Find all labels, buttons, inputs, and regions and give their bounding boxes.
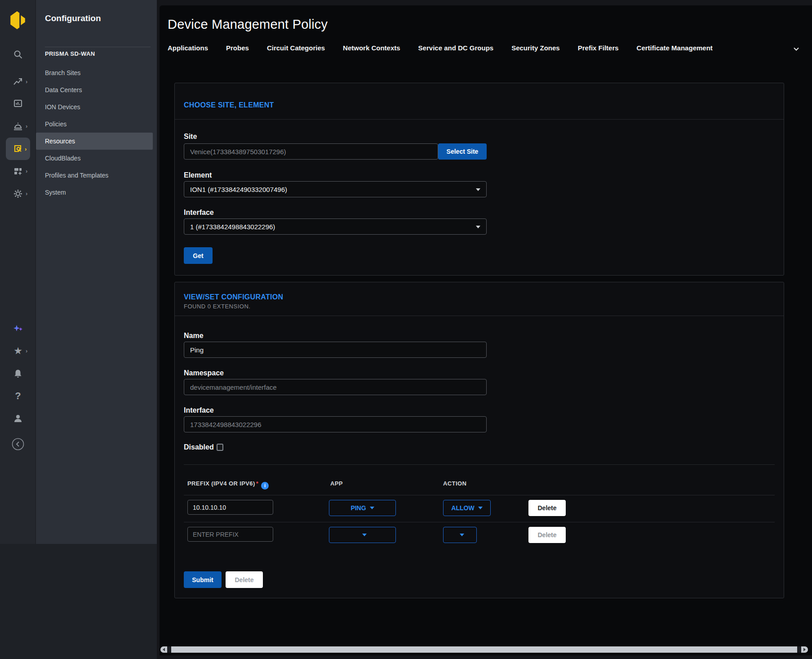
- namespace-input[interactable]: [184, 379, 487, 395]
- scroll-right-arrow[interactable]: [801, 646, 808, 653]
- tab-probes[interactable]: Probes: [226, 44, 249, 52]
- collapse-panel-icon[interactable]: [11, 437, 25, 451]
- app-column-header: APP: [330, 480, 343, 487]
- interface-label: Interface: [184, 209, 214, 217]
- user-icon[interactable]: [11, 413, 25, 424]
- caret-down-icon: [478, 507, 483, 509]
- sidebar-divider: [45, 47, 151, 47]
- sidebar-item-data-centers[interactable]: Data Centers: [36, 81, 157, 98]
- notifications-bell-icon[interactable]: [11, 368, 25, 379]
- configuration-sidebar: Configuration PRISMA SD-WAN Branch Sites…: [36, 0, 157, 544]
- disabled-checkbox[interactable]: [217, 444, 223, 451]
- card-divider: [175, 119, 784, 120]
- view-set-configuration-card: VIEW/SET CONFIGURATION FOUND 0 EXTENSION…: [174, 282, 784, 598]
- dashboard-icon[interactable]: [11, 98, 25, 110]
- prefix-input-empty[interactable]: [187, 527, 273, 542]
- get-button[interactable]: Get: [184, 247, 213, 264]
- action-column-header: ACTION: [443, 480, 466, 487]
- site-label: Site: [184, 133, 197, 141]
- sidebar-nav: Branch Sites Data Centers ION Devices Po…: [36, 64, 157, 201]
- scroll-left-arrow[interactable]: [160, 646, 167, 653]
- element-select-value: ION1 (#1733842490332007496): [190, 186, 287, 193]
- ai-sparkles-icon[interactable]: [11, 324, 25, 335]
- sidebar-item-resources[interactable]: Resources: [36, 133, 153, 150]
- table-header-divider: [184, 495, 775, 495]
- choose-site-heading: CHOOSE SITE, ELEMENT: [184, 101, 274, 109]
- table-row-divider: [184, 522, 775, 522]
- tab-network-contexts[interactable]: Network Contexts: [343, 44, 400, 52]
- name-input[interactable]: [184, 342, 487, 358]
- insights-chevron-icon: ›: [26, 78, 27, 85]
- element-select[interactable]: ION1 (#1733842490332007496): [184, 181, 487, 197]
- scrollbar-thumb[interactable]: [171, 646, 797, 653]
- tab-service-and-dc-groups[interactable]: Service and DC Groups: [418, 44, 494, 52]
- prefix-table-row: Delete: [175, 527, 784, 543]
- sidebar-item-system[interactable]: System: [36, 184, 157, 201]
- namespace-label: Namespace: [184, 369, 224, 377]
- favorites-star-icon[interactable]: ★: [11, 345, 25, 357]
- sidebar-item-cloudblades[interactable]: CloudBlades: [36, 150, 157, 167]
- app-dropdown[interactable]: PING: [329, 500, 396, 516]
- element-label: Element: [184, 171, 212, 179]
- prefix-column-header: PREFIX (IPV4 OR IPV6)*i: [187, 480, 269, 490]
- caret-down-icon: [362, 534, 367, 536]
- alerts-chevron-icon: ›: [26, 123, 27, 129]
- horizontal-scrollbar[interactable]: [160, 646, 808, 653]
- prefix-input[interactable]: [187, 500, 273, 515]
- tabs-overflow-chevron-down-icon[interactable]: [792, 45, 800, 55]
- action-dropdown-empty[interactable]: [443, 527, 477, 543]
- table-top-divider: [184, 464, 775, 465]
- sidebar-item-branch-sites[interactable]: Branch Sites: [36, 64, 157, 81]
- site-input[interactable]: [184, 143, 438, 160]
- name-label: Name: [184, 332, 204, 340]
- action-dropdown-value: ALLOW: [451, 504, 474, 512]
- sidebar-title: Configuration: [45, 13, 101, 23]
- icon-rail: › › › › ›: [0, 0, 36, 544]
- card-divider: [175, 316, 784, 316]
- select-caret-icon: [476, 188, 480, 191]
- help-icon[interactable]: ?: [11, 390, 25, 402]
- select-caret-icon: [476, 226, 480, 228]
- interface-id-input[interactable]: [184, 416, 487, 432]
- tab-applications[interactable]: Applications: [168, 44, 208, 52]
- found-extension-text: FOUND 0 EXTENSION.: [184, 303, 250, 310]
- page-title: Device Management Policy: [168, 17, 328, 32]
- search-icon[interactable]: [11, 49, 25, 60]
- sidebar-item-profiles-and-templates[interactable]: Profiles and Templates: [36, 167, 157, 184]
- submit-button[interactable]: Submit: [184, 571, 222, 588]
- interface-id-label: Interface: [184, 406, 214, 414]
- tab-prefix-filters[interactable]: Prefix Filters: [578, 44, 619, 52]
- prisma-sd-wan-logo-icon[interactable]: [8, 11, 27, 30]
- workflows-icon[interactable]: [11, 165, 25, 177]
- disabled-label: Disabled: [184, 443, 214, 451]
- triangle-left-icon: [163, 648, 165, 651]
- main-content: Device Management Policy Applications Pr…: [160, 5, 812, 655]
- delete-button[interactable]: Delete: [226, 571, 263, 588]
- app-dropdown-value: PING: [351, 504, 366, 512]
- interface-select[interactable]: 1 (#1733842498843022296): [184, 218, 487, 235]
- alerts-icon[interactable]: [11, 120, 25, 132]
- insights-icon[interactable]: ›: [11, 76, 25, 88]
- sidebar-section-label: PRISMA SD-WAN: [45, 50, 95, 57]
- settings-gear-icon[interactable]: [11, 188, 25, 200]
- action-dropdown[interactable]: ALLOW: [443, 500, 491, 516]
- sidebar-item-ion-devices[interactable]: ION Devices: [36, 98, 157, 116]
- app-dropdown-empty[interactable]: [329, 527, 396, 543]
- info-icon[interactable]: i: [261, 482, 269, 490]
- favorites-chevron-icon: ›: [26, 347, 27, 354]
- select-site-button[interactable]: Select Site: [438, 143, 487, 160]
- tab-circuit-categories[interactable]: Circuit Categories: [267, 44, 325, 52]
- tab-security-zones[interactable]: Security Zones: [511, 44, 560, 52]
- sidebar-item-policies[interactable]: Policies: [36, 116, 157, 133]
- choose-site-element-card: CHOOSE SITE, ELEMENT Site Select Site El…: [174, 83, 784, 276]
- caret-down-icon: [370, 507, 374, 509]
- active-chevron-icon: ›: [25, 146, 27, 152]
- sidebar-rail-item-configuration-active[interactable]: ›: [6, 138, 30, 160]
- tab-bar: Applications Probes Circuit Categories N…: [168, 44, 781, 52]
- settings-chevron-icon: ›: [26, 190, 27, 197]
- delete-row-button[interactable]: Delete: [528, 527, 566, 543]
- workflows-chevron-icon: ›: [26, 168, 27, 174]
- delete-row-button[interactable]: Delete: [528, 500, 566, 516]
- tab-certificate-management[interactable]: Certificate Management: [637, 44, 713, 52]
- caret-down-icon: [460, 534, 464, 536]
